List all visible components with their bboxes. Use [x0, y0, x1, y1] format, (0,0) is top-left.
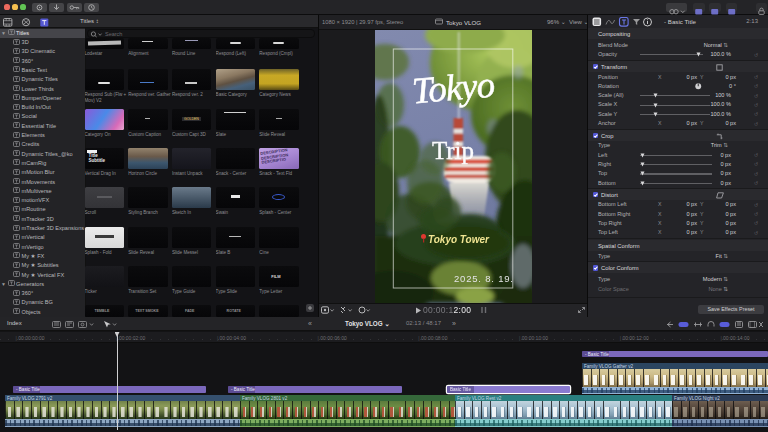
svg-text:2025. 8. 19.: 2025. 8. 19.	[454, 273, 514, 284]
svg-text:Tokyo Tower: Tokyo Tower	[428, 234, 490, 245]
svg-text:Tokyo: Tokyo	[410, 63, 496, 111]
svg-text:Trip: Trip	[432, 137, 474, 164]
